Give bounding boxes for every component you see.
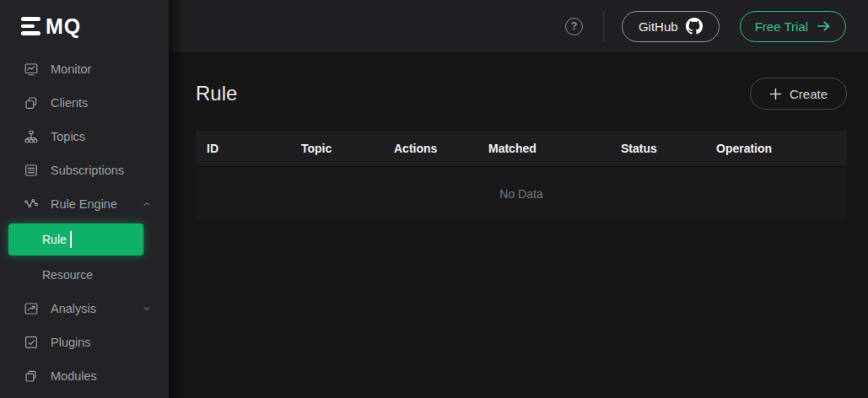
sidebar-item-modules[interactable]: Modules: [0, 359, 169, 393]
sidebar-subitem-rule[interactable]: Rule: [8, 223, 143, 255]
topics-icon: [24, 129, 39, 144]
sidebar-item-label: Topics: [51, 130, 85, 143]
sidebar-item-label: Monitor: [51, 62, 91, 76]
column-header-matched: Matched: [488, 142, 621, 155]
app-window: MQ Monitor: [0, 0, 868, 398]
topbar: ? GitHub Free Trial: [169, 0, 868, 52]
main-area: ? GitHub Free Trial: [169, 0, 868, 398]
sidebar-item-clients[interactable]: Clients: [0, 86, 169, 120]
help-glyph: ?: [571, 20, 578, 32]
github-octocat-icon: [686, 18, 703, 35]
sidebar-subitem-label: Rule: [42, 233, 67, 246]
create-button-label: Create: [790, 87, 828, 101]
sidebar-item-subscriptions[interactable]: Subscriptions: [0, 153, 169, 187]
monitor-icon: [24, 62, 39, 77]
chevron-down-icon: [142, 304, 152, 314]
empty-state-text: No Data: [196, 167, 847, 220]
sidebar-item-label: Analysis: [51, 302, 96, 315]
sidebar-subitem-resource[interactable]: Resource: [0, 258, 169, 292]
sidebar-item-monitor[interactable]: Monitor: [0, 52, 169, 86]
page-title: Rule: [196, 82, 237, 105]
rule-engine-icon: [24, 196, 39, 212]
rules-table: ID Topic Actions Matched Status Operatio…: [196, 131, 847, 220]
column-header-actions: Actions: [394, 142, 488, 155]
sidebar-subitem-rule-wrap: Rule: [0, 221, 169, 258]
column-header-operation: Operation: [716, 142, 847, 155]
emq-logo-text: MQ: [46, 16, 81, 37]
sidebar-item-plugins[interactable]: Plugins: [0, 325, 169, 359]
column-header-status: Status: [621, 142, 716, 155]
modules-icon: [24, 368, 39, 384]
table-header-row: ID Topic Actions Matched Status Operatio…: [196, 131, 847, 167]
arrow-right-icon: [817, 20, 831, 32]
create-button[interactable]: Create: [750, 78, 847, 110]
text-cursor: [70, 231, 72, 248]
column-header-topic: Topic: [301, 142, 394, 155]
github-button[interactable]: GitHub: [622, 11, 720, 42]
sidebar-item-label: Subscriptions: [51, 164, 124, 177]
free-trial-button[interactable]: Free Trial: [740, 11, 846, 42]
sidebar-item-label: Modules: [51, 369, 97, 383]
chevron-up-icon: [142, 199, 152, 209]
sidebar-item-label: Plugins: [51, 336, 91, 349]
page-header: Rule Create: [196, 77, 847, 110]
sidebar-item-rule-engine[interactable]: Rule Engine: [0, 187, 169, 221]
column-header-id: ID: [196, 142, 301, 155]
sidebar-item-topics[interactable]: Topics: [0, 120, 169, 153]
page-content: Rule Create ID Topic Actions M: [169, 77, 868, 220]
emq-logo-e-icon: [21, 17, 40, 35]
topbar-divider: [603, 11, 604, 41]
sidebar-nav: Monitor Clients: [0, 52, 169, 393]
free-trial-label: Free Trial: [755, 19, 808, 34]
sidebar-item-label: Clients: [51, 96, 88, 110]
sidebar-item-label: Rule Engine: [51, 197, 117, 211]
plus-icon: [769, 88, 782, 100]
sidebar-item-analysis[interactable]: Analysis: [0, 292, 169, 325]
plugins-icon: [24, 335, 39, 350]
analysis-icon: [24, 301, 39, 316]
sidebar: MQ Monitor: [0, 0, 169, 398]
sidebar-subitem-label: Resource: [42, 268, 93, 282]
help-icon[interactable]: ?: [565, 18, 583, 35]
github-button-label: GitHub: [639, 19, 678, 34]
emq-logo[interactable]: MQ: [0, 0, 169, 52]
subscriptions-icon: [24, 163, 39, 178]
clients-icon: [24, 95, 39, 110]
